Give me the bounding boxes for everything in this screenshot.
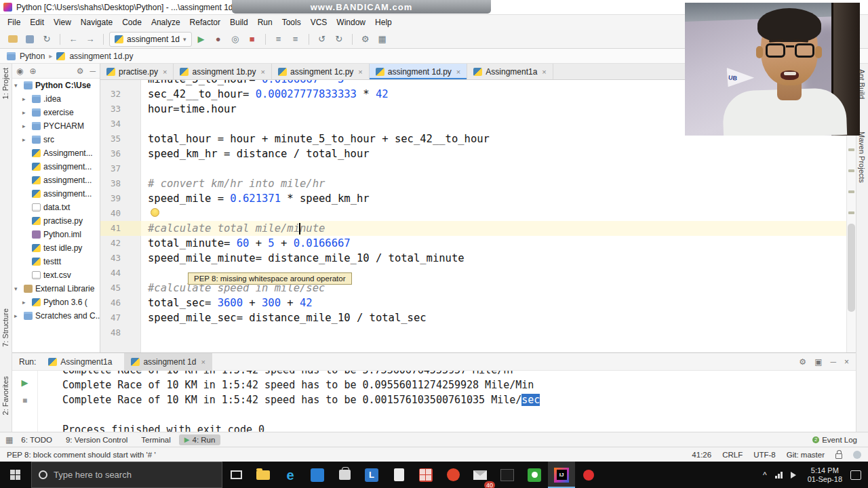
expand-icon[interactable]: [14, 285, 21, 292]
stripe-mark[interactable]: [848, 169, 854, 172]
tool-stripe-structure[interactable]: 7: Structure: [1, 308, 9, 347]
tree-item-file[interactable]: data.txt: [12, 201, 100, 214]
menu-vcs[interactable]: VCS: [306, 16, 332, 28]
toolwindow-terminal[interactable]: Terminal: [136, 434, 176, 445]
code-text[interactable]: [141, 161, 856, 176]
collapse-icon[interactable]: [14, 312, 21, 319]
tree-item-exercise[interactable]: exercise: [12, 106, 100, 119]
git-branch[interactable]: Git: master: [787, 451, 825, 459]
l-app-icon[interactable]: [358, 462, 385, 488]
console-app-icon[interactable]: [494, 462, 521, 488]
tree-item-file[interactable]: assingment...: [12, 187, 100, 201]
forward-icon[interactable]: →: [83, 32, 98, 47]
grid-icon[interactable]: ≡: [271, 32, 286, 47]
code-text[interactable]: speed_mile_minute= distance_mile_10 / to…: [141, 251, 856, 266]
stop-button[interactable]: ■: [22, 396, 27, 405]
store-icon[interactable]: [331, 462, 358, 488]
code-text[interactable]: #calculate total mile/minute: [141, 221, 856, 236]
tab-close-icon[interactable]: ×: [542, 68, 546, 76]
menu-build[interactable]: Build: [225, 16, 253, 28]
grid-icon-2[interactable]: ≡: [288, 32, 303, 47]
line-separator[interactable]: CRLF: [722, 451, 743, 459]
caret-position[interactable]: 41:26: [692, 451, 711, 459]
run-tab-assingment-1d[interactable]: assingment 1d×: [124, 353, 212, 371]
code-line[interactable]: 38# convert km/hr into mile/hr: [100, 176, 856, 191]
volume-icon[interactable]: [791, 472, 800, 479]
run-button[interactable]: ▶: [194, 32, 209, 47]
stripe-mark[interactable]: [848, 148, 854, 151]
code-line[interactable]: 39speed_mile = 0.621371 * speed_km_hr: [100, 191, 856, 206]
tree-item-file[interactable]: testtt: [12, 255, 100, 268]
collapse-icon[interactable]: [22, 136, 29, 143]
gear-icon[interactable]: ⚙: [77, 66, 84, 76]
mail-icon[interactable]: 40: [467, 462, 494, 488]
menu-help[interactable]: Help: [370, 16, 397, 28]
expand-icon[interactable]: [14, 82, 21, 89]
menu-refactor[interactable]: Refactor: [185, 16, 225, 28]
tab-practise[interactable]: practise.py×: [100, 64, 174, 79]
code-text[interactable]: [141, 206, 856, 221]
tree-item-python-sdk[interactable]: Python 3.6 (: [12, 296, 100, 309]
sync-icon[interactable]: ↻: [39, 32, 54, 47]
network-icon[interactable]: [775, 472, 783, 479]
menu-navigate[interactable]: Navigate: [76, 16, 117, 28]
tree-item-file[interactable]: test idle.py: [12, 241, 100, 255]
float-mode-icon[interactable]: ▣: [814, 357, 822, 367]
tool-window-switcher-icon[interactable]: ▦: [5, 435, 13, 445]
tree-item-file[interactable]: practise.py: [12, 214, 100, 228]
office-icon[interactable]: [412, 462, 439, 488]
photos-icon[interactable]: [304, 462, 331, 488]
open-project-icon[interactable]: [5, 32, 20, 47]
tab-assingment-1c[interactable]: assingment 1c.py×: [272, 64, 370, 79]
tree-item-file[interactable]: assingment...: [12, 160, 100, 174]
intention-bulb-icon[interactable]: [151, 208, 159, 217]
redo-icon[interactable]: ↻: [332, 32, 347, 47]
undo-icon[interactable]: ↺: [315, 32, 330, 47]
menu-edit[interactable]: Edit: [25, 16, 49, 28]
code-line[interactable]: 46total_sec= 3600 + 300 + 42: [100, 296, 856, 310]
code-text[interactable]: speed_mile_sec= distance_mile_10 / total…: [141, 310, 856, 325]
code-text[interactable]: # convert km/hr into mile/hr: [141, 176, 856, 191]
tree-item-file[interactable]: Assingment...: [12, 146, 100, 160]
tab-assingment-1b[interactable]: assingment 1b.py×: [174, 64, 272, 79]
back-icon[interactable]: ←: [66, 32, 81, 47]
code-line[interactable]: 47speed_mile_sec= distance_mile_10 / tot…: [100, 310, 856, 325]
file-explorer-icon[interactable]: [250, 462, 277, 488]
gear-icon[interactable]: ⚙: [799, 357, 806, 367]
code-line-active[interactable]: 41#calculate total mile/minute: [100, 221, 856, 236]
start-button[interactable]: [0, 462, 31, 488]
scroll-to-source-icon[interactable]: ◉: [16, 66, 23, 76]
code-line[interactable]: 43speed_mile_minute= distance_mile_10 / …: [100, 251, 856, 266]
tray-expand-icon[interactable]: ^: [763, 470, 767, 480]
breadcrumb-project[interactable]: Python: [20, 52, 45, 61]
menu-analyze[interactable]: Analyze: [146, 16, 185, 28]
task-view-icon[interactable]: [222, 462, 250, 488]
tab-assingment-1d[interactable]: assingment 1d.py×: [370, 64, 468, 79]
run-console[interactable]: Complete Race of 10 KM in 1:5:42 speed h…: [38, 371, 846, 432]
stripe-mark[interactable]: [848, 211, 854, 214]
taskbar-search[interactable]: Type here to search: [31, 462, 222, 488]
tab-close-icon[interactable]: ×: [358, 68, 362, 76]
intellij-icon[interactable]: IJ: [548, 462, 575, 488]
tab-close-icon[interactable]: ×: [456, 68, 460, 76]
toolwindow-run[interactable]: ▶4: Run: [179, 434, 221, 445]
action-center-icon[interactable]: [850, 470, 861, 480]
tree-item-pycharm[interactable]: PYCHARM: [12, 119, 100, 133]
code-text[interactable]: total_minute= 60 + 5 + 0.0166667: [141, 236, 856, 251]
tab-close-icon[interactable]: ×: [261, 68, 265, 76]
edge-icon[interactable]: e: [277, 462, 304, 488]
file-encoding[interactable]: UTF-8: [753, 451, 776, 459]
hide-panel-icon[interactable]: ─: [90, 66, 96, 76]
tree-item-src[interactable]: src: [12, 133, 100, 146]
tool-stripe-project[interactable]: 1: Project: [1, 68, 9, 99]
breadcrumb-file[interactable]: assingment 1d.py: [69, 52, 133, 61]
recording-indicator-icon[interactable]: [575, 462, 602, 488]
tree-item-python-root[interactable]: Python C:\Use: [12, 79, 100, 92]
collapse-icon[interactable]: [22, 123, 29, 129]
tab-close-icon[interactable]: ×: [201, 358, 205, 366]
inspections-indicator-icon[interactable]: [853, 451, 861, 459]
tree-item-external-libraries[interactable]: External Librarie: [12, 282, 100, 296]
menu-tools[interactable]: Tools: [277, 16, 306, 28]
tool-stripe-favorites[interactable]: 2: Favorites: [1, 376, 9, 415]
run-tab-assingment1a[interactable]: Assingment1a: [41, 353, 119, 371]
